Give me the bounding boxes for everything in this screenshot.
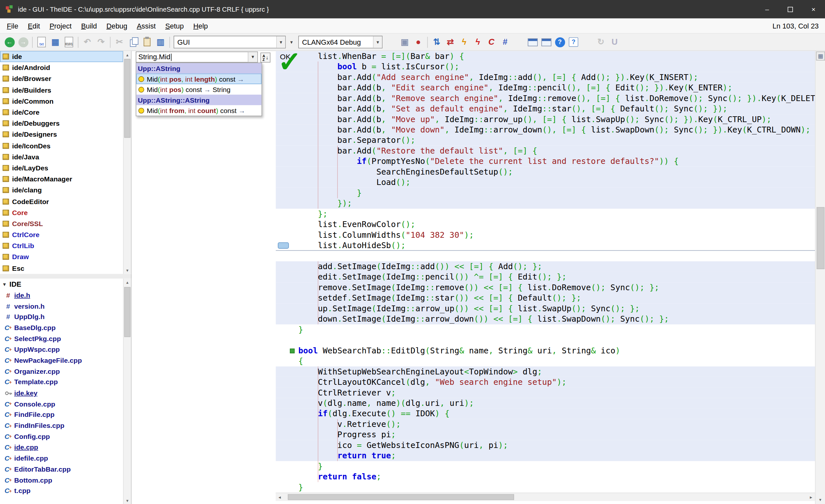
code-line[interactable] [276, 335, 815, 345]
redo-button[interactable]: ↷ [94, 35, 108, 49]
code-line[interactable]: bar.Add(b, "Edit search engine", IdeImg:… [276, 83, 815, 93]
build-button[interactable]: ϟ [457, 35, 471, 49]
code-line[interactable]: setdef.SetImage(IdeImg::star()) << [=] {… [276, 293, 815, 303]
code-editor[interactable]: list.WhenBar = [=](Bar& bar) { bool b = … [276, 51, 815, 492]
code-line[interactable]: bar.Separator(); [276, 135, 815, 146]
chevron-down-icon[interactable]: ▼ [248, 52, 257, 62]
file-item[interactable]: C+SelectPkg.cpp [0, 333, 123, 344]
code-line[interactable]: { [276, 356, 815, 366]
code-line[interactable]: add.SetImage(IdeImg::add()) << [=] { Add… [276, 261, 815, 272]
file-item[interactable]: ide.key [0, 388, 123, 399]
code-line[interactable]: WithSetupWebSearchEngineLayout<TopWindow… [276, 366, 815, 377]
scroll-left-icon[interactable]: ◂ [276, 495, 283, 500]
package-item[interactable]: Core/SSL [0, 218, 123, 229]
package-item[interactable]: ide/Debuggers [0, 118, 123, 129]
file-item[interactable]: C+Template.cpp [0, 377, 123, 388]
chevron-down-icon[interactable]: ▼ [373, 36, 382, 48]
code-line[interactable]: Load(); [276, 177, 815, 187]
package-item[interactable]: ide/clang [0, 185, 123, 196]
collapse-icon[interactable]: ▼ [2, 281, 6, 287]
file-item[interactable]: C+EditorTabBar.cpp [0, 464, 123, 475]
context-help-button[interactable]: ? [567, 35, 580, 49]
menu-help[interactable]: Help [189, 18, 213, 33]
help-button[interactable]: ? [553, 35, 567, 49]
code-line[interactable]: ico = GetWebsiteIconAsPNG(uri, pi); [276, 440, 815, 450]
run-button[interactable] [525, 35, 539, 49]
code-line[interactable]: down.SetImage(IdeImg::arrow_down()) << [… [276, 314, 815, 324]
package-item[interactable]: ide/MacroManager [0, 174, 123, 185]
package-item[interactable]: ide/IconDes [0, 140, 123, 151]
code-line[interactable]: return false; [276, 472, 815, 482]
copy-button[interactable] [127, 35, 140, 49]
file-item[interactable]: C+FindInFiles.cpp [0, 420, 123, 431]
code-line[interactable]: v.Retrieve(); [276, 419, 815, 429]
maximize-button[interactable] [779, 0, 802, 18]
code-line[interactable]: } [276, 461, 815, 471]
package-item[interactable]: ide/Core [0, 106, 123, 117]
scroll-up-icon[interactable]: ▲ [124, 278, 131, 286]
file-item[interactable]: #version.h [0, 301, 123, 312]
back-button[interactable]: ← [3, 35, 16, 49]
code-line[interactable]: CtrlRetriever v; [276, 388, 815, 398]
cut-button[interactable]: ✂ [112, 35, 126, 49]
rebuild-button[interactable]: ϟ [471, 35, 484, 49]
package-item[interactable]: ide/Browser [0, 73, 123, 84]
file-item[interactable]: C+NewPackageFile.cpp [0, 355, 123, 366]
editor-hscrollbar[interactable]: ◂ ▸ [276, 493, 815, 501]
build-method-combo[interactable]: CLANGx64 Debug▼ [298, 35, 382, 48]
code-line[interactable]: }); [276, 198, 815, 208]
file-item[interactable]: C+idefile.cpp [0, 453, 123, 464]
package-item[interactable]: ide/LayDes [0, 162, 123, 173]
scroll-down-icon[interactable]: ▼ [124, 267, 131, 274]
hscroll-track[interactable] [284, 493, 807, 501]
clean-button[interactable]: C [484, 35, 498, 49]
run-options-button[interactable] [539, 35, 553, 49]
file-item[interactable]: C+t.cpp [0, 486, 123, 497]
file-item[interactable]: #UppDlg.h [0, 311, 123, 322]
editor-vscrollbar[interactable]: ▦ ▼ [815, 51, 825, 504]
scrollbar-thumb[interactable] [124, 287, 130, 337]
code-line[interactable]: bar.Add(b, "Move down", IdeImg::arrow_do… [276, 125, 815, 135]
assist-item[interactable]: Mid(int pos) const → String [136, 84, 261, 95]
code-line[interactable]: edit.SetImage(IdeImg::pencil()) ^= [=] {… [276, 272, 815, 282]
menu-debug[interactable]: Debug [102, 18, 132, 33]
file-item[interactable]: C+BaseDlg.cpp [0, 322, 123, 333]
code-line[interactable]: bool b = list.IsCursor(); [276, 62, 815, 72]
package-item[interactable]: CtrlCore [0, 229, 123, 240]
close-button[interactable]: × [802, 0, 825, 18]
code-line[interactable]: bar.Add("Add search engine", IdeImg::add… [276, 72, 815, 82]
code-line[interactable]: bar.Add("Restore the default list", [=] … [276, 146, 815, 156]
code-line[interactable]: v(dlg.name, name)(dlg.uri, uri); [276, 398, 815, 408]
code-line[interactable]: CtrlLayoutOKCancel(dlg, "Web search engi… [276, 377, 815, 388]
package-cherry-button[interactable]: ● [411, 35, 425, 49]
package-item[interactable]: ide/Java [0, 151, 123, 162]
menu-project[interactable]: Project [45, 18, 76, 33]
scroll-up-icon[interactable]: ▲ [124, 51, 131, 58]
swap-header-button[interactable]: ⇄ [443, 35, 457, 49]
code-line[interactable]: list.AutoHideSb(); [276, 240, 815, 251]
code-line[interactable]: bar.Add(b, "Set as default engine", IdeI… [276, 104, 815, 114]
file-item[interactable]: C+Config.cpp [0, 431, 123, 442]
package-item[interactable]: CodeEditor [0, 196, 123, 206]
sort-alpha-button[interactable]: AZ ↓ [260, 53, 270, 63]
scroll-down-icon[interactable]: ▼ [816, 496, 825, 503]
menu-edit[interactable]: Edit [23, 18, 45, 33]
menu-assist[interactable]: Assist [132, 18, 160, 33]
package-item[interactable]: Core [0, 207, 123, 218]
package-item[interactable]: ide/Builders [0, 85, 123, 96]
select-all-button[interactable]: ▥ [154, 35, 167, 49]
assist-search-input[interactable]: String.Mid ▼ [136, 52, 258, 63]
code-line[interactable]: } [276, 482, 815, 492]
file-panel-header[interactable]: ▼ IDE [0, 278, 131, 289]
scrollbar-thumb[interactable] [288, 494, 514, 500]
package-item[interactable]: CtrlLib [0, 240, 123, 251]
file-item[interactable]: C+ide.cpp [0, 442, 123, 453]
code-line[interactable] [276, 251, 815, 261]
package-organizer-button[interactable]: ▣ [398, 35, 411, 49]
file-item[interactable]: C+Organizer.cpp [0, 366, 123, 377]
code-line[interactable]: bar.Add(b, "Move up", IdeImg::arrow_up()… [276, 114, 815, 124]
forward-button[interactable]: → [16, 35, 30, 49]
file-item[interactable]: C+Bottom.cpp [0, 475, 123, 486]
file-item[interactable]: C+UppWspc.cpp [0, 344, 123, 355]
code-line[interactable]: } [276, 324, 815, 335]
